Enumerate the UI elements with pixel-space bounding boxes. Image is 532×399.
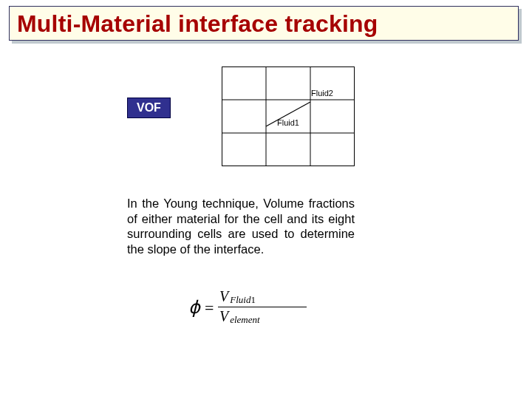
vof-grid-figure: Fluid2 Fluid1: [222, 66, 355, 166]
slide: Multi-Material interface tracking VOF Fl…: [0, 0, 532, 399]
body-paragraph: In the Young technique, Volume fractions…: [127, 196, 355, 257]
slide-title: Multi-Material interface tracking: [17, 11, 511, 37]
equation-fraction: VFluid1 Velement: [218, 288, 307, 326]
svg-rect-0: [222, 67, 355, 166]
title-box: Multi-Material interface tracking: [9, 6, 519, 41]
equation-lhs: ϕ: [188, 297, 200, 318]
den-sub: element: [228, 314, 259, 325]
grid-lines: [222, 66, 355, 166]
num-var: V: [219, 288, 228, 304]
equation-denominator: Velement: [218, 307, 307, 326]
num-sub-name: Fluid: [228, 294, 250, 305]
vof-badge: VOF: [127, 98, 171, 118]
den-var: V: [219, 308, 228, 324]
equation-equals: =: [205, 299, 214, 318]
equation-volume-fraction: ϕ = VFluid1 Velement: [188, 288, 351, 332]
num-sub-idx: 1: [250, 294, 256, 305]
equation-numerator: VFluid1: [218, 288, 307, 306]
title-front: Multi-Material interface tracking: [9, 6, 519, 41]
vof-grid-svg: Fluid2 Fluid1: [222, 66, 355, 166]
fluid2-label: Fluid2: [311, 89, 333, 98]
fluid1-label: Fluid1: [277, 118, 299, 127]
